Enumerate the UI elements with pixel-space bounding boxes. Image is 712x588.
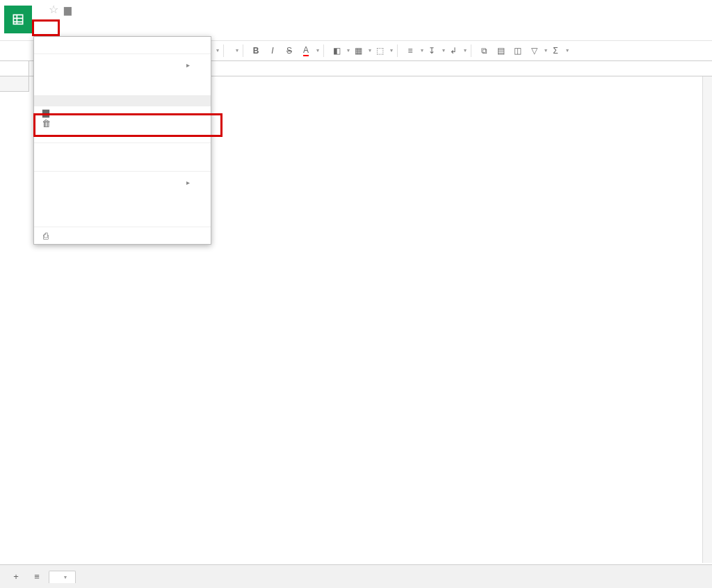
italic-button[interactable]: I	[264, 43, 281, 58]
menu-rename[interactable]	[34, 84, 211, 95]
menu-addons[interactable]	[134, 19, 147, 24]
menu-open[interactable]	[34, 73, 211, 84]
menu-insert[interactable]	[78, 19, 92, 24]
menu-make-a-copy[interactable]	[34, 95, 211, 106]
merge-button[interactable]: ⬚	[371, 43, 388, 58]
menu-move-to-folder[interactable]: ▆	[34, 106, 211, 117]
menu-help[interactable]	[147, 19, 161, 24]
vertical-scrollbar[interactable]	[702, 76, 712, 563]
menu-import[interactable]	[34, 129, 211, 140]
menu-move-to-trash[interactable]: 🗑	[34, 117, 211, 129]
menu-email-attachment[interactable]	[34, 213, 211, 224]
borders-button[interactable]: ▦	[350, 43, 366, 58]
menu-format[interactable]	[92, 19, 106, 24]
sheet-tab-caret-icon: ▾	[64, 574, 67, 580]
file-menu-dropdown: ▸ ▆ 🗑 ▸ ⎙	[33, 36, 211, 245]
all-sheets-button[interactable]: ≡	[28, 569, 46, 585]
halign-button[interactable]: ≡	[402, 43, 419, 58]
valign-button[interactable]: ↧	[423, 43, 440, 58]
chart-button[interactable]: ◫	[509, 43, 526, 58]
folder-icon: ▆	[41, 107, 51, 117]
menu-tools[interactable]	[120, 19, 134, 24]
text-color-button[interactable]: A	[298, 43, 314, 58]
menu-new[interactable]: ▸	[34, 57, 211, 73]
comment-button[interactable]: ▤	[492, 43, 509, 58]
menu-file[interactable]	[36, 19, 50, 24]
select-all-corner[interactable]	[0, 76, 29, 92]
print-icon: ⎙	[41, 231, 51, 241]
menubar	[36, 16, 712, 24]
menu-spreadsheet-settings[interactable]	[34, 157, 211, 168]
functions-button[interactable]: Σ	[547, 43, 564, 58]
fill-color-button[interactable]: ◧	[328, 43, 345, 58]
trash-icon: 🗑	[41, 118, 51, 129]
strike-button[interactable]: S	[281, 43, 298, 58]
wrap-button[interactable]: ↲	[445, 43, 462, 58]
menu-revision-history[interactable]	[34, 146, 211, 157]
menu-edit[interactable]	[50, 19, 64, 24]
bold-button[interactable]: B	[248, 43, 264, 58]
sheet-tab-1[interactable]: ▾	[49, 571, 76, 583]
folder-icon[interactable]: ▆	[64, 4, 72, 15]
star-icon[interactable]: ☆	[49, 3, 58, 16]
add-sheet-button[interactable]: +	[7, 569, 25, 585]
menu-print[interactable]: ⎙	[34, 230, 211, 241]
menu-share[interactable]	[34, 40, 211, 51]
document-title[interactable]	[36, 8, 44, 11]
menu-view[interactable]	[64, 19, 78, 24]
menu-publish[interactable]	[34, 190, 211, 202]
menu-email-collaborators[interactable]	[34, 202, 211, 213]
fx-label	[0, 61, 29, 76]
sheets-logo[interactable]	[4, 6, 32, 33]
menu-download-as[interactable]: ▸	[34, 174, 211, 190]
sheet-tab-bar: + ≡ ▾	[0, 564, 712, 588]
filter-button[interactable]: ▽	[526, 43, 542, 58]
link-button[interactable]: ⧉	[476, 43, 492, 58]
menu-data[interactable]	[106, 19, 120, 24]
